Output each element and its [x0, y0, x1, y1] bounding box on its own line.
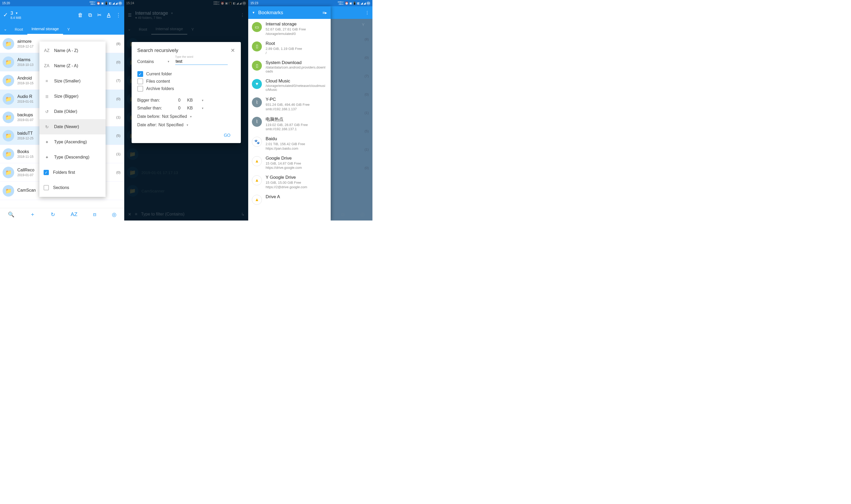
sort-date-older[interactable]: ↺Date (Older)	[39, 104, 106, 119]
status-time: 15:23	[250, 1, 258, 5]
extension-icon: ✦	[43, 155, 50, 160]
update-icon: ↻	[43, 124, 50, 129]
bookmark-icon: ▯	[252, 41, 262, 51]
sort-sections[interactable]: Sections	[39, 180, 106, 195]
folder-icon: 📁	[3, 148, 14, 160]
tab-internal[interactable]: Internal storage	[27, 24, 63, 35]
folder-icon: 📁	[3, 38, 14, 50]
sort-type-desc[interactable]: ✦Type (Descending)	[39, 150, 106, 165]
smaller-value[interactable]: 0	[172, 106, 187, 110]
dropdown-icon[interactable]: ▼	[15, 12, 18, 15]
bookmark-name: System Download	[266, 60, 327, 65]
bookmark-icon: ▭	[252, 22, 262, 32]
bigger-unit[interactable]: KB	[187, 98, 200, 103]
bookmark-icon: ▯	[252, 61, 262, 71]
az-icon: AZ	[43, 48, 50, 53]
bookmark-item[interactable]: ♥Cloud Music/storage/emulated/0/netease/…	[248, 76, 331, 94]
expand-icon[interactable]: ⌄	[0, 27, 11, 32]
file-count: (0)	[365, 56, 369, 59]
bookmark-item[interactable]: ▭Internal storage52.67 GiB, 27.61 GiB Fr…	[248, 19, 331, 38]
bookmark-item[interactable]: ▲Drive A	[248, 192, 331, 208]
bookmark-item[interactable]: ⌇Y-PC931.24 GiB, 494.46 GiB Freesmb://19…	[248, 94, 331, 114]
cb-archive-folders[interactable]: Archive folders	[137, 86, 235, 92]
file-count: (0)	[365, 92, 369, 96]
net-speed: 39B/s↑0B/s↓	[337, 1, 344, 5]
bookmark-item[interactable]: 🐾Baidu2.01 TiB, 156.42 GiB Freehttps://p…	[248, 133, 331, 153]
wifi-icon: ◧	[109, 2, 112, 5]
overflow-icon[interactable]: ⋮	[365, 10, 369, 15]
select-icon[interactable]: ⧈	[93, 211, 96, 217]
bigger-value[interactable]: 0	[172, 98, 187, 103]
sort-size-bigger[interactable]: ≣Size (Bigger)	[39, 89, 106, 104]
add-icon[interactable]: ＋	[30, 211, 35, 218]
collapse-icon[interactable]: ▼	[252, 11, 255, 15]
selection-size: 8.4 MiB	[11, 16, 21, 20]
date-after-value[interactable]: Not Specified	[158, 123, 183, 127]
date-before-label: Date before:	[137, 114, 160, 119]
file-count: (7)	[117, 78, 121, 83]
select-icon[interactable]: ⧈	[341, 211, 344, 217]
bookmark-item[interactable]: ▯Root2.89 GiB, 1.19 GiB Free/	[248, 38, 331, 58]
refresh-icon[interactable]: ↻	[51, 211, 55, 218]
screen-search: 15:24 69B/s↑89B/s↓ ⏰ ▣ 📳 ◧ ◢ ◢ 45 ☰ Inte…	[124, 0, 248, 220]
sort-folders-first[interactable]: ✓Folders first	[39, 165, 106, 180]
signal-icon: ◢	[115, 2, 118, 5]
file-count: (1)	[365, 111, 369, 115]
bookmark-path: /storage/emulated/0	[266, 32, 327, 36]
network-icon[interactable]: ◎	[112, 211, 117, 218]
selection-count: 3	[11, 11, 13, 16]
date-after-label: Date after:	[137, 123, 157, 127]
sort-name-za[interactable]: ZAName (Z - A)	[39, 58, 106, 73]
status-bar: 15:20 39B/s↑0B/s↓ ⏰ ▣ 📳 ◧ ◢ ◢ 45	[0, 0, 124, 6]
input-hint: Type the word	[175, 55, 193, 58]
sort-icon[interactable]: ≡▸	[322, 10, 327, 15]
contains-input[interactable]	[175, 58, 228, 65]
delete-icon[interactable]: 🗑	[78, 12, 83, 18]
bookmark-item[interactable]: ▯System Download/data/data/com.android.p…	[248, 57, 331, 76]
bookmark-size: 2.89 GiB, 1.19 GiB Free	[266, 47, 327, 51]
tab-y[interactable]: Y	[354, 22, 372, 27]
folder-icon: 📁	[3, 185, 14, 197]
signal-icon: ◢	[361, 2, 363, 5]
cb-files-content[interactable]: Files content	[137, 78, 235, 84]
folder-icon: 📁	[3, 130, 14, 142]
smaller-unit[interactable]: KB	[187, 106, 200, 110]
sort-size-smaller[interactable]: ≡Size (Smaller)	[39, 73, 106, 89]
cb-current-folder[interactable]: ✓Current folder	[137, 71, 235, 77]
dropdown-icon[interactable]: ▼	[167, 60, 170, 63]
bookmark-item[interactable]: ▲Y Google Drive15 GiB, 15.00 GiB Freehtt…	[248, 172, 331, 192]
wifi-icon: ◧	[357, 2, 360, 5]
file-count: (0)	[117, 170, 121, 174]
sort-type-asc[interactable]: ✦Type (Ascending)	[39, 134, 106, 150]
bookmark-item[interactable]: ▲Google Drive15 GiB, 14.87 GiB Freehttps…	[248, 153, 331, 173]
sort-name-az[interactable]: AZName (A - Z)	[39, 43, 106, 58]
alarm-icon: ⏰	[97, 2, 100, 5]
sort-icon[interactable]: AZ	[71, 211, 77, 217]
bookmark-name: Baidu	[266, 136, 327, 142]
tab-root[interactable]: Root	[11, 24, 27, 35]
tab-y[interactable]: Y	[63, 24, 74, 35]
sort-date-newer[interactable]: ↻Date (Newer)	[39, 119, 106, 134]
bookmark-icon: ⌇	[252, 117, 262, 127]
confirm-icon[interactable]: ✓	[3, 12, 8, 18]
sort-menu: AZName (A - Z) ZAName (Z - A) ≡Size (Sma…	[39, 41, 106, 197]
go-button[interactable]: GO	[219, 131, 235, 140]
bigger-label: Bigger than:	[137, 98, 172, 103]
file-count: (7)	[365, 74, 369, 78]
copy-icon[interactable]: ⧉	[88, 12, 92, 18]
rename-icon[interactable]: A	[107, 12, 110, 18]
network-icon[interactable]: ◎	[360, 211, 365, 217]
bookmark-icon: ▲	[252, 195, 262, 205]
search-icon[interactable]: 🔍	[8, 211, 15, 218]
path-tabs: ⌄ Root Internal storage Y	[0, 24, 124, 35]
size-big-icon: ≣	[43, 94, 50, 99]
bookmark-size: 52.67 GiB, 27.61 GiB Free	[266, 27, 327, 32]
cut-icon[interactable]: ✂	[97, 12, 102, 18]
bookmark-item[interactable]: ⌇电脑热点119.02 GiB, 28.87 GiB Freesmb://192…	[248, 114, 331, 134]
overflow-icon[interactable]: ⋮	[116, 12, 121, 18]
date-before-value[interactable]: Not Specified	[162, 114, 187, 119]
close-icon[interactable]: ✕	[231, 47, 235, 54]
status-bar: 15:23 39B/s↑0B/s↓ ⏰ ▣ 📳 ◧ ◢ ◢ 44	[248, 0, 372, 6]
file-count: (1)	[117, 152, 121, 156]
bookmark-name: Drive A	[266, 194, 327, 199]
